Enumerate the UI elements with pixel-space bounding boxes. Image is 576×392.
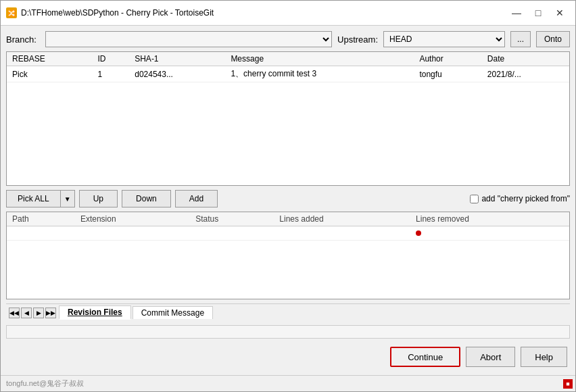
add-button[interactable]: Add <box>175 190 218 207</box>
cell-sha1: d024543... <box>129 66 225 82</box>
nav-first-button[interactable]: ◀◀ <box>9 308 20 318</box>
col-date: Date <box>482 52 569 66</box>
down-button[interactable]: Down <box>122 190 171 207</box>
upstream-select[interactable]: HEAD <box>383 31 505 47</box>
col-lines-added: Lines added <box>274 212 410 226</box>
cell-id: 1 <box>92 66 129 82</box>
red-square-icon: ■ <box>563 379 573 389</box>
col-id: ID <box>92 52 129 66</box>
tab-commit-message[interactable]: Commit Message <box>133 306 213 319</box>
close-button[interactable]: ✕ <box>550 5 570 21</box>
file-lines-added <box>274 226 410 241</box>
col-message: Message <box>225 52 414 66</box>
pick-all-container: Pick ALL ▼ <box>6 190 75 207</box>
window-title: D:\TFHome\web\SDPython - Cherry Pick - T… <box>21 8 214 18</box>
col-path: Path <box>7 212 75 226</box>
red-dot <box>416 230 421 236</box>
branch-row: Branch: Upstream: HEAD ... Onto <box>6 31 570 47</box>
nav-prev-button[interactable]: ◀ <box>21 308 32 318</box>
tab-revision-files-label: Revision Files <box>68 308 122 317</box>
upstream-label: Upstream: <box>337 34 378 45</box>
help-button[interactable]: Help <box>521 347 567 367</box>
file-status <box>190 226 274 241</box>
cherry-picked-checkbox[interactable] <box>470 195 479 203</box>
bottom-buttons: Continue Abort Help <box>6 344 570 370</box>
col-lines-removed: Lines removed <box>410 212 569 226</box>
table-row[interactable]: Pick 1 d024543... 1、cherry commit test 3… <box>7 66 569 82</box>
title-bar-left: 🔀 D:\TFHome\web\SDPython - Cherry Pick -… <box>6 7 214 18</box>
cherry-check-label[interactable]: add "cherry picked from" <box>470 194 570 203</box>
commit-table-container: REBASE ID SHA-1 Message Author Date Pick… <box>6 51 570 186</box>
cell-message: 1、cherry commit test 3 <box>225 66 414 82</box>
pick-all-dropdown[interactable]: ▼ <box>60 190 75 207</box>
files-table-header: Path Extension Status Lines added Lines … <box>7 212 569 226</box>
branch-label: Branch: <box>6 34 40 45</box>
nav-buttons: ◀◀ ◀ ▶ ▶▶ <box>9 308 56 318</box>
file-lines-removed <box>410 226 569 241</box>
tab-commit-message-label: Commit Message <box>141 308 204 318</box>
title-bar-controls: — □ ✕ <box>506 5 570 21</box>
action-row: Pick ALL ▼ Up Down Add add "cherry picke… <box>6 190 570 207</box>
col-status: Status <box>190 212 274 226</box>
cell-rebase: Pick <box>7 66 92 82</box>
ellipsis-button[interactable]: ... <box>510 31 531 47</box>
nav-next-button[interactable]: ▶ <box>33 308 44 318</box>
col-author: Author <box>414 52 481 66</box>
cell-date: 2021/8/... <box>482 66 569 82</box>
abort-button[interactable]: Abort <box>466 347 515 367</box>
tab-row: ◀◀ ◀ ▶ ▶▶ Revision Files Commit Message <box>6 303 570 321</box>
content-area: Branch: Upstream: HEAD ... Onto REBASE I… <box>1 26 575 375</box>
progress-bar <box>6 325 570 339</box>
title-bar: 🔀 D:\TFHome\web\SDPython - Cherry Pick -… <box>1 1 575 26</box>
nav-last-button[interactable]: ▶▶ <box>45 308 56 318</box>
cherry-check-text: add "cherry picked from" <box>481 194 570 203</box>
continue-button[interactable]: Continue <box>390 347 460 367</box>
col-extension: Extension <box>75 212 190 226</box>
file-path <box>7 226 75 241</box>
files-panel: Path Extension Status Lines added Lines … <box>6 212 570 299</box>
app-icon: 🔀 <box>6 7 17 18</box>
col-rebase: REBASE <box>7 52 92 66</box>
commit-table: REBASE ID SHA-1 Message Author Date Pick… <box>7 52 569 82</box>
watermark-text: tongfu.net@鬼谷子叔叔 <box>3 377 87 390</box>
files-table: Path Extension Status Lines added Lines … <box>7 212 569 241</box>
branch-select[interactable] <box>45 31 332 47</box>
onto-button[interactable]: Onto <box>536 31 570 47</box>
commit-table-header: REBASE ID SHA-1 Message Author Date <box>7 52 569 66</box>
minimize-button[interactable]: — <box>506 5 527 21</box>
file-extension <box>75 226 190 241</box>
status-bar: tongfu.net@鬼谷子叔叔 ■ <box>1 375 575 391</box>
main-window: 🔀 D:\TFHome\web\SDPython - Cherry Pick -… <box>0 0 576 392</box>
up-button[interactable]: Up <box>79 190 118 207</box>
cell-author: tongfu <box>414 66 481 82</box>
tab-revision-files[interactable]: Revision Files <box>59 305 131 320</box>
pick-all-button[interactable]: Pick ALL <box>6 190 60 207</box>
files-table-row <box>7 226 569 241</box>
maximize-button[interactable]: □ <box>528 5 548 21</box>
col-sha1: SHA-1 <box>129 52 225 66</box>
